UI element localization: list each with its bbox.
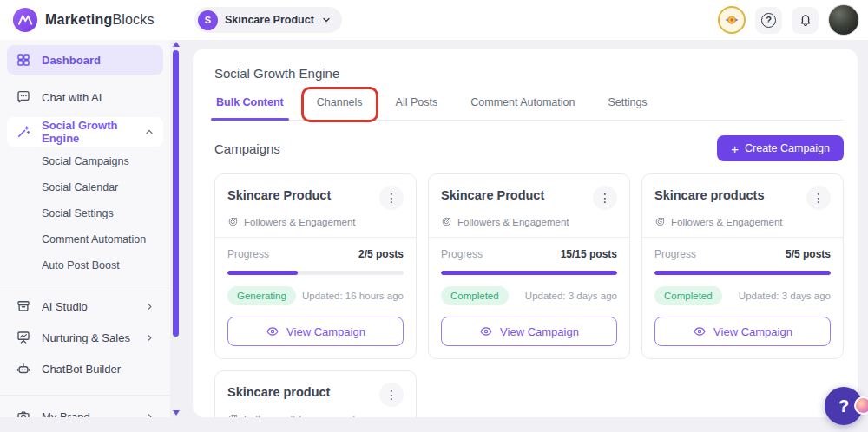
tab-bulk-content[interactable]: Bulk Content [214,96,286,120]
bell-icon [798,12,813,28]
view-campaign-button[interactable]: View Campaign [654,317,831,346]
tab-label: Channels [317,96,363,108]
page-title: Social Growth Engine [214,66,844,81]
progress-count: 2/5 posts [358,248,404,260]
view-campaign-label: View Campaign [500,325,579,338]
chevron-right-icon [145,412,155,418]
sidebar-item-label: My Brand [42,410,90,418]
sidebar-item-my-brand[interactable]: My Brand [7,402,163,417]
eye-icon [693,324,707,338]
progress-label: Progress [654,248,696,260]
progress-bar-fill [227,271,298,275]
sidebar-subitem-auto-post-boost[interactable]: Auto Post Boost [0,252,170,278]
header-actions: ? [718,4,868,36]
campaign-goal: Followers & Engagement [244,217,355,227]
eye-icon [479,324,493,338]
sidebar-scrollbar [173,42,180,417]
sidebar-item-label: Chat with AI [42,91,102,104]
kebab-menu-icon[interactable]: ⋮ [379,186,404,210]
updated-timestamp: Updated: 3 days ago [525,291,617,301]
sidebar-subitem-label: Auto Post Boost [42,259,120,272]
sidebar-divider [0,285,170,285]
progress-bar-fill [441,271,617,275]
tab-comment-automation[interactable]: Comment Automation [469,96,576,120]
robot-icon [16,361,31,376]
tab-settings[interactable]: Settings [606,96,648,120]
sidebar-item-label: Social Growth Engine [42,119,134,145]
status-badge: Generating [227,286,296,305]
chevron-right-icon [145,333,155,343]
notifications-button[interactable] [792,7,819,34]
progress-bar [441,271,617,275]
sidebar-item-social-growth-engine[interactable]: Social Growth Engine [7,117,163,147]
tab-channels[interactable]: Channels [315,96,365,120]
sidebar-subitem-comment-automation[interactable]: Comment Automation [0,226,170,252]
rewards-medal-icon[interactable] [718,6,746,34]
help-widget-button[interactable]: ? [825,387,863,425]
campaign-card: Skincare products ⋮ Followers & Engageme… [641,173,844,359]
sidebar-subitem-social-campaigns[interactable]: Social Campaigns [0,148,170,174]
user-avatar[interactable] [828,4,859,36]
chat-bubble-icon [16,89,31,105]
view-campaign-button[interactable]: View Campaign [227,317,404,346]
workspace-avatar: S [198,10,218,30]
kebab-menu-icon[interactable]: ⋮ [593,186,617,210]
camera-icon [16,409,31,417]
kebab-menu-icon[interactable]: ⋮ [379,383,404,407]
main-panel: Social Growth Engine Bulk Content Channe… [193,49,858,417]
sidebar-item-nurturing-sales[interactable]: Nurturing & Sales [7,323,163,352]
view-campaign-button[interactable]: View Campaign [441,317,617,346]
magic-wand-icon [16,124,31,140]
sidebar-item-label: Nurturing & Sales [42,331,130,344]
campaign-title: Skincare product [227,383,330,399]
eye-icon [266,324,279,338]
progress-bar [654,271,831,275]
plus-icon: + [731,142,739,155]
sidebar-subitem-label: Social Calendar [42,181,118,193]
create-campaign-button[interactable]: + Create Campaign [717,135,844,161]
sidebar-subitem-social-calendar[interactable]: Social Calendar [0,174,170,200]
campaign-card: Skincare product ⋮ Followers & Engagemen… [214,370,417,417]
campaign-cards-grid: Skincare Product ⋮ Followers & Engagemen… [214,173,844,417]
sidebar-item-ai-studio[interactable]: AI Studio [7,291,163,321]
marketingblocks-logo-icon [12,7,38,33]
create-campaign-label: Create Campaign [745,142,830,154]
workspace-switcher[interactable]: S Skincare Product [194,7,342,33]
updated-timestamp: Updated: 3 days ago [739,291,831,301]
widget-orb-icon [854,396,868,415]
brand-name: MarketingBlocks [45,12,155,28]
scrollbar-up-arrow[interactable] [173,42,180,47]
progress-label: Progress [441,248,483,260]
sidebar-item-chatbot-builder[interactable]: ChatBot Builder [7,354,163,383]
sidebar-item-chat-with-ai[interactable]: Chat with AI [7,82,163,112]
scrollbar-down-arrow[interactable] [173,410,180,416]
target-icon [227,413,239,417]
chevron-right-icon [145,302,155,311]
chevron-up-icon [144,127,155,137]
progress-count: 5/5 posts [786,248,831,260]
presentation-chart-icon [16,330,31,345]
progress-label: Progress [227,248,269,260]
brand: MarketingBlocks [0,7,155,33]
target-icon [227,216,239,227]
campaign-title: Skincare products [654,186,765,202]
status-badge: Completed [441,286,509,305]
sidebar-item-label: Dashboard [42,54,101,67]
sidebar-item-label: AI Studio [42,300,88,313]
campaign-title: Skincare Product [441,186,544,202]
chevron-down-icon [321,15,332,25]
scrollbar-thumb[interactable] [173,50,179,337]
sidebar-subitem-social-settings[interactable]: Social Settings [0,200,170,226]
help-button[interactable]: ? [755,7,782,34]
sidebar-divider [0,395,170,396]
campaign-goal: Followers & Engagement [244,414,355,418]
campaign-card: Skincare Product ⋮ Followers & Engagemen… [428,173,630,359]
campaigns-header: Campaigns + Create Campaign [214,135,844,161]
kebab-menu-icon[interactable]: ⋮ [806,186,831,210]
help-icon: ? [761,13,776,28]
progress-bar-fill [654,271,831,275]
section-title: Campaigns [214,141,280,156]
tab-all-posts[interactable]: All Posts [394,96,440,120]
campaign-card: Skincare Product ⋮ Followers & Engagemen… [214,173,417,359]
sidebar-item-dashboard[interactable]: Dashboard [7,45,163,75]
